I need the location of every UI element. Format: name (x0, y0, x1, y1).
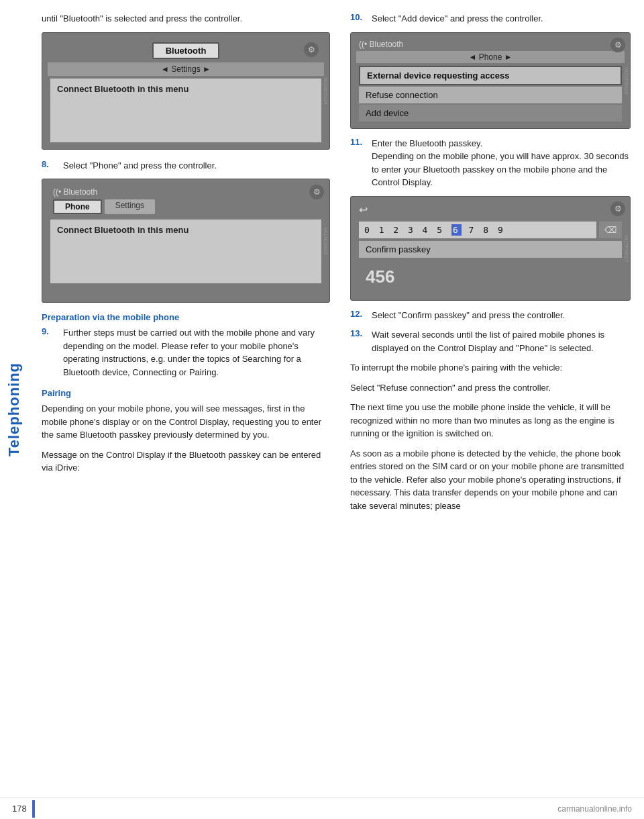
screen4-wrapper: ↩ ⚙ 0 1 2 3 4 5 6 7 8 9 ⌫ Confirm passke… (350, 196, 631, 301)
screen1-body-text: Connect Bluetooth in this menu (57, 84, 189, 94)
tab-phone[interactable]: Phone (53, 199, 102, 214)
step12-text: Select "Confirm passkey" and press the c… (372, 309, 631, 322)
sidebar: Telephoning (0, 0, 28, 819)
screen2-phone: ((• Bluetooth ⚙ Phone Settings Connect B… (42, 179, 330, 303)
passkey-digits-before: 0 1 2 3 4 5 (364, 225, 451, 235)
step9-block: 9. Further steps must be carried out wit… (42, 326, 330, 379)
screen4-passkey: ↩ ⚙ 0 1 2 3 4 5 6 7 8 9 ⌫ Confirm passke… (350, 196, 631, 301)
screen2-wrapper: ((• Bluetooth ⚙ Phone Settings Connect B… (42, 179, 330, 303)
screen3-title: ((• Bluetooth (359, 40, 403, 49)
page-number: 178 (12, 804, 27, 814)
step12-number: 12. (350, 309, 369, 322)
interrupt-text: To interrupt the mobile phone's pairing … (350, 361, 631, 375)
sim-text: As soon as a mobile phone is detected by… (350, 447, 631, 513)
screen2-body-text: Connect Bluetooth in this menu (57, 225, 189, 235)
step10-block: 10. Select "Add device" and press the co… (350, 12, 631, 26)
gear-icon: ⚙ (304, 42, 319, 57)
screen1-side-label: VA15E00024 (323, 77, 328, 105)
screen2-gear-icon: ⚙ (309, 185, 324, 199)
step11-number: 11. (350, 137, 369, 189)
step13-text: Wait several seconds until the list of p… (372, 328, 631, 354)
step11-block: 11. Enter the Bluetooth passkey.Dependin… (350, 137, 631, 189)
backspace-icon[interactable]: ⌫ (599, 222, 622, 238)
passkey-number-display: 456 (359, 260, 622, 294)
step13-number: 13. (350, 328, 369, 354)
left-column: until "Bluetooth" is selected and press … (42, 12, 330, 519)
screen2-side-label: VA15E00025 (323, 227, 328, 254)
step8-text: Select "Phone" and press the controller. (63, 159, 330, 173)
settings-arrows[interactable]: ◄ Settings ► (161, 64, 211, 74)
passkey-input-row: 0 1 2 3 4 5 6 7 8 9 ⌫ (359, 222, 622, 238)
screen2-body: Connect Bluetooth in this menu (50, 220, 321, 283)
step9-number: 9. (42, 326, 60, 379)
pairing-text1: Depending on your mobile phone, you will… (42, 402, 330, 442)
pairing-text2: Message on the Control Display if the Bl… (42, 448, 330, 475)
bottom-bar: 178 carmanualonline.info (0, 798, 644, 819)
passkey-digits-after: 7 8 9 (462, 225, 505, 235)
screen4-top-bar: ↩ ⚙ (356, 201, 625, 219)
screen4-gear-icon: ⚙ (610, 201, 625, 216)
next-time-text: The next time you use the mobile phone i… (350, 401, 631, 440)
menu-item-external[interactable]: External device requesting access (359, 66, 622, 85)
screen1-settings-label: ◄ Settings ► (48, 62, 324, 76)
section-prep-heading: Preparation via the mobile phone (42, 312, 330, 322)
menu-item-add-device[interactable]: Add device (359, 105, 622, 122)
screen3-add-device: ((• Bluetooth ⚙ ◄ Phone ► External devic… (350, 32, 631, 129)
section-pairing-heading: Pairing (42, 388, 330, 398)
step10-text: Select "Add device" and press the contro… (372, 12, 631, 26)
screen3-top-bar: ((• Bluetooth ⚙ (356, 37, 625, 51)
step8-number: 8. (42, 159, 60, 173)
passkey-confirm-label[interactable]: Confirm passkey (359, 241, 622, 258)
screen3-side-label: VA15E00026 (624, 66, 629, 94)
tab-settings[interactable]: Settings (105, 199, 155, 214)
bottom-logo: carmanualonline.info (557, 804, 632, 814)
step10-number: 10. (350, 12, 369, 26)
screen4-side-label: VA15E00027 (624, 234, 629, 262)
screen3-gear-icon: ⚙ (610, 38, 625, 52)
step11-text: Enter the Bluetooth passkey.Depending on… (372, 137, 631, 189)
screen3-wrapper: ((• Bluetooth ⚙ ◄ Phone ► External devic… (350, 32, 631, 129)
step9-text: Further steps must be carried out with t… (63, 326, 330, 379)
page-number-group: 178 (12, 800, 35, 818)
screen1-bluetooth: Bluetooth ⚙ ◄ Settings ► Connect Bluetoo… (42, 32, 330, 150)
step8-block: 8. Select "Phone" and press the controll… (42, 159, 330, 173)
screen2-tabs: Phone Settings (48, 199, 324, 217)
main-content: until "Bluetooth" is selected and press … (28, 0, 644, 539)
interrupt-action: Select "Refuse connection" and press the… (350, 381, 631, 395)
sidebar-label: Telephoning (5, 363, 23, 456)
passkey-input-display[interactable]: 0 1 2 3 4 5 6 7 8 9 (359, 222, 596, 238)
step13-block: 13. Wait several seconds until the list … (350, 328, 631, 354)
passkey-highlighted-digit: 6 (451, 224, 462, 236)
intro-text: until "Bluetooth" is selected and press … (42, 12, 330, 26)
back-arrow-icon[interactable]: ↩ (359, 203, 368, 216)
screen1-wrapper: Bluetooth ⚙ ◄ Settings ► Connect Bluetoo… (42, 32, 330, 150)
screen1-top-bar: Bluetooth ⚙ (48, 37, 324, 62)
page-indicator-bar (32, 800, 35, 818)
step12-block: 12. Select "Confirm passkey" and press t… (350, 309, 631, 322)
screen2-title: ((• Bluetooth (53, 187, 97, 197)
screen3-menu-items: External device requesting access Refuse… (359, 66, 622, 122)
screen2-top-bar: ((• Bluetooth ⚙ (48, 183, 324, 199)
menu-item-refuse[interactable]: Refuse connection (359, 87, 622, 103)
screen1-body: Connect Bluetooth in this menu (50, 79, 321, 142)
bluetooth-selected-button[interactable]: Bluetooth (152, 42, 220, 59)
screen3-phone-label: ◄ Phone ► (356, 51, 625, 63)
two-column-layout: until "Bluetooth" is selected and press … (42, 12, 631, 519)
right-column: 10. Select "Add device" and press the co… (350, 12, 631, 519)
